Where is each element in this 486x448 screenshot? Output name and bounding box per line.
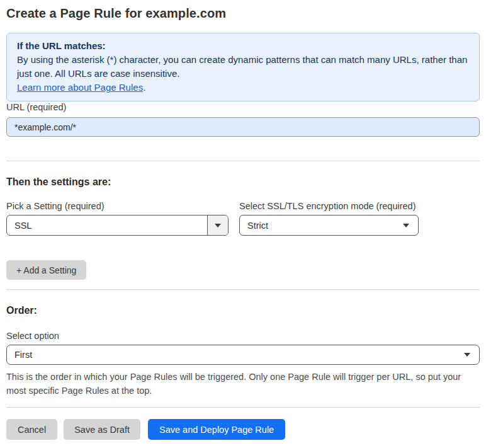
ssl-mode-field: Select SSL/TLS encryption mode (required… xyxy=(239,201,419,236)
divider xyxy=(6,289,480,290)
caret-down-icon xyxy=(207,215,228,235)
order-help-text: This is the order in which your Page Rul… xyxy=(6,370,475,398)
learn-more-link[interactable]: Learn more about Page Rules xyxy=(17,82,143,93)
url-field-label: URL (required) xyxy=(6,102,66,112)
divider xyxy=(6,407,480,408)
order-select[interactable]: First xyxy=(6,345,480,365)
add-setting-button[interactable]: + Add a Setting xyxy=(6,260,86,280)
cancel-button[interactable]: Cancel xyxy=(6,419,57,440)
caret-down-icon xyxy=(403,224,409,227)
setting-select[interactable]: SSL xyxy=(6,215,229,236)
info-box-heading: If the URL matches: xyxy=(17,39,469,53)
url-match-info-box: If the URL matches: By using the asteris… xyxy=(6,33,480,101)
create-page-rule-panel: Create a Page Rule for example.com If th… xyxy=(0,0,486,448)
ssl-mode-select-value: Strict xyxy=(240,221,403,231)
form-actions: Cancel Save as Draft Save and Deploy Pag… xyxy=(6,419,480,440)
link-suffix: . xyxy=(143,82,145,93)
divider xyxy=(6,161,480,161)
ssl-mode-label: Select SSL/TLS encryption mode (required… xyxy=(239,201,419,211)
save-and-deploy-button[interactable]: Save and Deploy Page Rule xyxy=(148,419,285,440)
order-select-value: First xyxy=(7,350,464,360)
setting-picker-label: Pick a Setting (required) xyxy=(6,201,229,211)
order-select-label: Select option xyxy=(6,331,480,341)
page-title: Create a Page Rule for example.com xyxy=(6,5,480,21)
ssl-mode-select[interactable]: Strict xyxy=(239,215,419,236)
info-box-body: By using the asterisk (*) character, you… xyxy=(17,53,469,81)
settings-section-heading: Then the settings are: xyxy=(6,175,480,188)
info-box-link-line: Learn more about Page Rules. xyxy=(17,81,469,95)
caret-down-icon xyxy=(464,353,470,357)
setting-select-value: SSL xyxy=(7,221,207,231)
settings-row: Pick a Setting (required) SSL Select SSL… xyxy=(6,201,480,236)
url-input[interactable] xyxy=(6,117,480,137)
order-section-heading: Order: xyxy=(6,304,480,317)
save-as-draft-button[interactable]: Save as Draft xyxy=(64,419,140,440)
setting-picker-field: Pick a Setting (required) SSL xyxy=(6,201,229,236)
